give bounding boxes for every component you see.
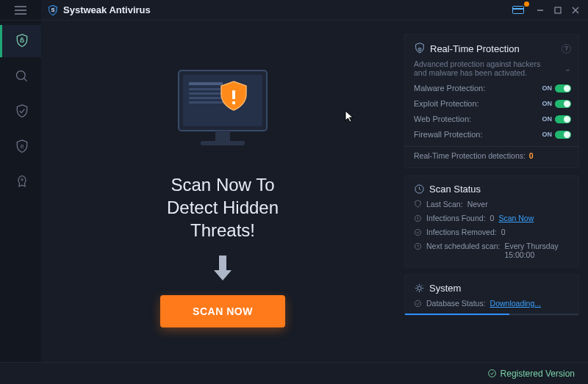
svg-point-31 bbox=[488, 370, 495, 377]
purchase-icon[interactable] bbox=[510, 4, 526, 17]
malware-toggle[interactable] bbox=[555, 84, 571, 93]
registered-label: Registered Version bbox=[501, 369, 575, 379]
sidebar-scan[interactable] bbox=[0, 60, 41, 93]
rtp-detections: Real-Time Protection detections: 0 bbox=[414, 151, 571, 160]
svg-point-22 bbox=[419, 50, 420, 51]
sidebar-protection[interactable] bbox=[0, 95, 41, 128]
download-progress bbox=[405, 314, 578, 315]
realtime-protection-panel: Real-Time Protection ? Advanced protecti… bbox=[404, 34, 579, 168]
svg-rect-3 bbox=[555, 7, 561, 13]
svg-rect-25 bbox=[417, 217, 418, 219]
scan-now-button[interactable]: SCAN NOW bbox=[160, 295, 285, 327]
infections-removed-row: Infections Removed: 0 bbox=[414, 228, 571, 236]
shield-icon bbox=[414, 42, 426, 55]
footer: Registered Version bbox=[0, 362, 588, 384]
next-scan-row: Next scheduled scan: Every Thursday 15:0… bbox=[414, 242, 571, 259]
svg-point-30 bbox=[415, 300, 420, 306]
main-hero: Scan Now To Detect Hidden Threats! SCAN … bbox=[49, 34, 397, 362]
svg-text:e: e bbox=[20, 143, 24, 151]
hamburger-menu[interactable] bbox=[0, 0, 41, 21]
app-title: Systweak Antivirus bbox=[63, 4, 151, 15]
monitor-illustration bbox=[164, 65, 282, 160]
titlebar: S Systweak Antivirus bbox=[0, 0, 588, 21]
close-button[interactable] bbox=[567, 4, 584, 17]
svg-rect-19 bbox=[219, 256, 226, 270]
help-icon[interactable]: ? bbox=[562, 44, 571, 54]
svg-point-7 bbox=[21, 178, 23, 181]
sidebar-home[interactable] bbox=[0, 25, 41, 57]
svg-rect-2 bbox=[512, 8, 524, 10]
rtp-title: Real-Time Protection bbox=[430, 43, 520, 54]
infections-found-row: Infections Found: 0 Scan Now bbox=[414, 214, 571, 222]
web-toggle[interactable] bbox=[555, 115, 571, 123]
headline: Scan Now To Detect Hidden Threats! bbox=[167, 173, 279, 242]
sidebar: e bbox=[0, 21, 41, 362]
db-status-row: Database Status: Downloading... bbox=[414, 299, 571, 308]
rtp-item-web: Web Protection: ON bbox=[414, 115, 571, 123]
check-circle-icon bbox=[487, 369, 497, 378]
svg-point-26 bbox=[417, 220, 418, 220]
last-scan-row: Last Scan: Never bbox=[414, 200, 571, 209]
arrow-down-icon bbox=[211, 256, 234, 282]
app-logo: S Systweak Antivirus bbox=[47, 4, 151, 16]
system-title: System bbox=[429, 283, 461, 294]
sidebar-boost[interactable] bbox=[0, 166, 41, 198]
db-status-value[interactable]: Downloading... bbox=[490, 299, 541, 308]
svg-rect-17 bbox=[232, 90, 235, 99]
svg-rect-10 bbox=[189, 82, 223, 85]
svg-rect-16 bbox=[201, 141, 245, 145]
minimize-button[interactable] bbox=[532, 4, 548, 17]
scan-now-link[interactable]: Scan Now bbox=[498, 214, 534, 222]
svg-rect-4 bbox=[20, 40, 23, 42]
scan-status-panel: Scan Status Last Scan: Never Infections … bbox=[404, 175, 579, 267]
rtp-description-row[interactable]: Advanced protection against hackers and … bbox=[414, 59, 571, 77]
rtp-item-malware: Malware Protection: ON bbox=[414, 84, 571, 93]
rtp-item-exploit: Exploit Protection: ON bbox=[414, 99, 571, 108]
system-panel: System Database Status: Downloading... bbox=[404, 275, 579, 316]
maximize-button[interactable] bbox=[550, 4, 566, 17]
svg-text:S: S bbox=[51, 7, 55, 13]
svg-point-18 bbox=[232, 101, 235, 104]
sidebar-quarantine[interactable]: e bbox=[0, 131, 41, 163]
scan-status-icon bbox=[414, 184, 425, 195]
svg-point-29 bbox=[417, 286, 421, 290]
exploit-toggle[interactable] bbox=[555, 100, 571, 108]
svg-point-5 bbox=[16, 71, 25, 80]
svg-rect-1 bbox=[513, 7, 524, 14]
scan-status-title: Scan Status bbox=[429, 184, 481, 195]
firewall-toggle[interactable] bbox=[555, 131, 571, 139]
svg-rect-21 bbox=[420, 48, 420, 50]
system-icon bbox=[414, 283, 425, 294]
svg-point-27 bbox=[415, 229, 420, 235]
chevron-down-icon: ⌄ bbox=[564, 64, 571, 73]
rtp-item-firewall: Firewall Protection: ON bbox=[414, 130, 571, 139]
svg-rect-15 bbox=[215, 131, 230, 141]
svg-rect-13 bbox=[189, 97, 226, 99]
